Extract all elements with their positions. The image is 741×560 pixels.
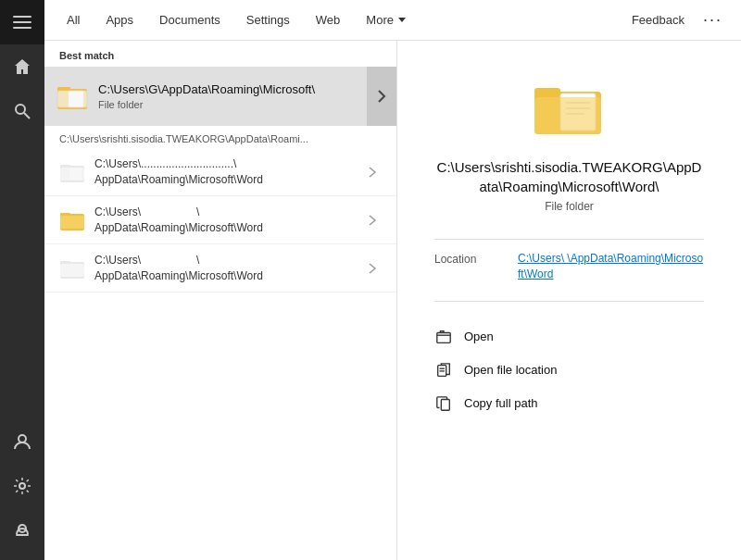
action-open-file-location-label: Open file location: [464, 363, 557, 377]
hamburger-menu[interactable]: [0, 0, 44, 44]
copy-path-icon: [434, 394, 453, 413]
top-nav: All Apps Documents Settings Web More Fee…: [44, 0, 741, 41]
svg-rect-19: [60, 216, 84, 229]
action-copy-full-path-label: Copy full path: [464, 396, 538, 410]
svg-rect-29: [534, 97, 601, 134]
svg-point-6: [19, 483, 25, 489]
open-icon: [434, 328, 453, 346]
list-arrow-3: [363, 263, 382, 274]
location-value[interactable]: C:\Users\ \AppData\Roaming\Microsoft\Wor…: [518, 251, 704, 282]
sub-path: C:\Users\srishti.sisodia.TWEAKORG\AppDat…: [44, 126, 396, 148]
sidebar-home[interactable]: [0, 44, 44, 89]
svg-point-3: [16, 105, 25, 114]
list-item[interactable]: C:\Users\..............................\…: [44, 148, 396, 196]
right-panel: C:\Users\srishti.sisodia.TWEAKORG\AppDat…: [396, 41, 741, 560]
best-match-label: Best match: [44, 41, 396, 67]
file-location-icon: [434, 361, 453, 380]
svg-rect-10: [57, 87, 70, 91]
svg-rect-24: [534, 88, 560, 95]
folder-icon-2: [59, 207, 85, 233]
sidebar-settings[interactable]: [0, 464, 44, 508]
svg-rect-0: [13, 16, 31, 18]
main-area: All Apps Documents Settings Web More Fee…: [44, 0, 741, 560]
svg-rect-21: [60, 261, 70, 264]
more-options-button[interactable]: ···: [696, 6, 730, 33]
list-item-2[interactable]: C:\Users\ \AppData\Roaming\Microsoft\Wor…: [44, 196, 396, 244]
svg-rect-34: [441, 399, 449, 410]
best-match-title: C:\Users\G\AppData\Roaming\Microsoft\: [98, 82, 385, 98]
svg-rect-1: [13, 21, 31, 23]
divider: [434, 239, 704, 240]
tab-documents[interactable]: Documents: [148, 4, 232, 37]
list-item-text-1: C:\Users\..............................\…: [94, 156, 363, 188]
folder-icon-1: [59, 159, 85, 185]
sidebar: [0, 0, 44, 560]
list-arrow-1: [363, 167, 382, 178]
best-match-subtitle: File folder: [98, 99, 385, 110]
divider-2: [434, 301, 704, 302]
action-open[interactable]: Open: [434, 320, 704, 354]
svg-point-5: [19, 435, 26, 442]
svg-rect-12: [57, 91, 87, 107]
svg-rect-30: [437, 332, 450, 342]
best-match-arrow[interactable]: [367, 67, 396, 126]
sidebar-person[interactable]: [0, 508, 44, 553]
list-item-text-2: C:\Users\ \AppData\Roaming\Microsoft\Wor…: [94, 205, 363, 236]
sidebar-user[interactable]: [0, 419, 44, 464]
svg-rect-2: [13, 27, 31, 29]
tab-more[interactable]: More: [355, 4, 417, 37]
preview-title: C:\Users\srishti.sisodia.TWEAKORG\AppDat…: [434, 157, 704, 196]
list-item-3[interactable]: C:\Users\ \AppData\Roaming\Microsoft\Wor…: [44, 244, 396, 292]
meta-row: Location C:\Users\ \AppData\Roaming\Micr…: [434, 251, 704, 282]
preview-subtitle: File folder: [545, 200, 594, 213]
list-arrow-2: [363, 215, 382, 226]
location-label: Location: [434, 251, 518, 266]
best-match-text: C:\Users\G\AppData\Roaming\Microsoft\ Fi…: [98, 82, 385, 111]
tab-settings[interactable]: Settings: [235, 4, 301, 37]
best-match-item[interactable]: C:\Users\G\AppData\Roaming\Microsoft\ Fi…: [44, 67, 396, 126]
action-copy-full-path[interactable]: Copy full path: [434, 387, 704, 420]
sidebar-search[interactable]: [0, 89, 44, 133]
folder-icon-3: [59, 255, 85, 281]
left-panel: Best match C:\Users\G\AppData\Roaming\Mi…: [44, 41, 396, 560]
svg-rect-16: [60, 168, 84, 180]
action-open-label: Open: [464, 330, 494, 343]
svg-rect-18: [60, 213, 70, 216]
svg-rect-7: [16, 534, 29, 536]
feedback-button[interactable]: Feedback: [624, 9, 692, 31]
preview-folder-icon: [533, 68, 607, 143]
svg-rect-22: [60, 264, 84, 277]
tab-web[interactable]: Web: [305, 4, 352, 37]
list-item-text-3: C:\Users\ \AppData\Roaming\Microsoft\Wor…: [94, 253, 363, 284]
action-open-file-location[interactable]: Open file location: [434, 354, 704, 387]
tab-apps[interactable]: Apps: [94, 4, 144, 37]
action-list: Open Open file location: [434, 320, 704, 420]
folder-icon-best-match: [56, 80, 89, 113]
svg-rect-14: [60, 165, 70, 168]
content-area: Best match C:\Users\G\AppData\Roaming\Mi…: [44, 41, 741, 560]
tab-all[interactable]: All: [56, 4, 91, 37]
svg-line-4: [24, 113, 30, 118]
